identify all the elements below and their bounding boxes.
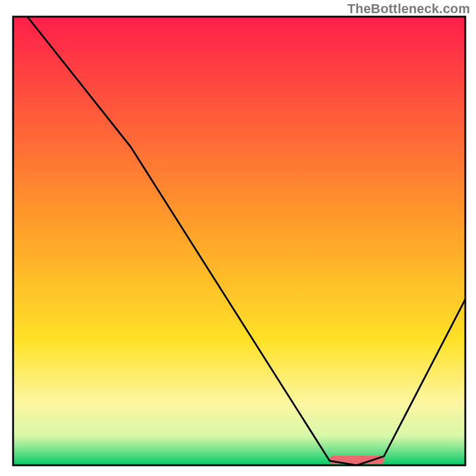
bottleneck-chart xyxy=(0,0,476,476)
watermark-text: TheBottleneck.com xyxy=(347,1,470,17)
